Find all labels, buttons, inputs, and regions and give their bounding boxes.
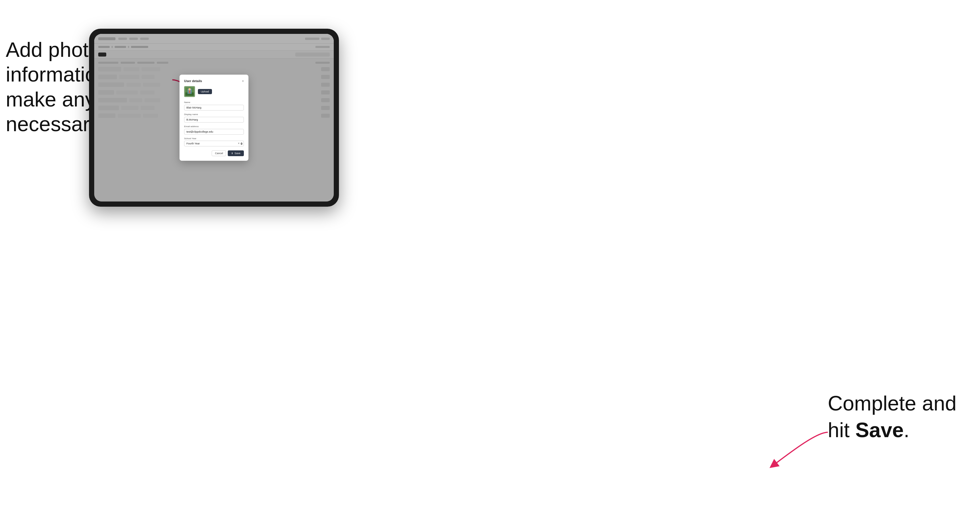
- user-details-modal: User details × U: [180, 75, 248, 161]
- photo-thumbnail: [184, 86, 195, 97]
- modal-footer: Cancel ⬆ Save: [184, 151, 244, 156]
- name-label: Name: [184, 101, 244, 104]
- save-button[interactable]: ⬆ Save: [228, 151, 244, 156]
- school-year-input[interactable]: [184, 141, 244, 146]
- save-icon: ⬆: [231, 152, 233, 155]
- display-name-field-group: Display name: [184, 113, 244, 122]
- upload-photo-button[interactable]: Upload: [198, 89, 212, 94]
- school-year-label: School Year: [184, 137, 244, 140]
- svg-point-3: [188, 88, 191, 90]
- modal-title: User details: [184, 79, 202, 83]
- school-year-wrapper: ×: [184, 141, 244, 146]
- modal-close-button[interactable]: ×: [242, 79, 244, 83]
- spinner-down-icon: [240, 144, 243, 145]
- school-year-controls: ×: [238, 142, 243, 145]
- svg-rect-4: [189, 90, 191, 93]
- school-year-spinner[interactable]: [240, 142, 243, 145]
- school-year-field-group: School Year ×: [184, 137, 244, 146]
- annotation-right: Complete and hit Save.: [828, 390, 971, 444]
- name-input[interactable]: [184, 105, 244, 111]
- save-label: Save: [234, 152, 240, 155]
- photo-section: Upload: [184, 86, 244, 97]
- tablet-device: User details × U: [89, 29, 339, 207]
- annotation-arrow-right: [767, 418, 834, 470]
- cancel-button[interactable]: Cancel: [212, 151, 226, 156]
- display-name-input[interactable]: [184, 117, 244, 122]
- email-field-group: Email address: [184, 125, 244, 135]
- tablet-screen: User details × U: [94, 34, 334, 202]
- spinner-up-icon: [240, 142, 243, 143]
- modal-header: User details ×: [184, 79, 244, 83]
- display-name-label: Display name: [184, 113, 244, 116]
- school-year-clear-button[interactable]: ×: [238, 142, 240, 145]
- email-input[interactable]: [184, 129, 244, 135]
- email-label: Email address: [184, 125, 244, 128]
- modal-overlay: User details × U: [94, 34, 334, 202]
- name-field-group: Name: [184, 101, 244, 111]
